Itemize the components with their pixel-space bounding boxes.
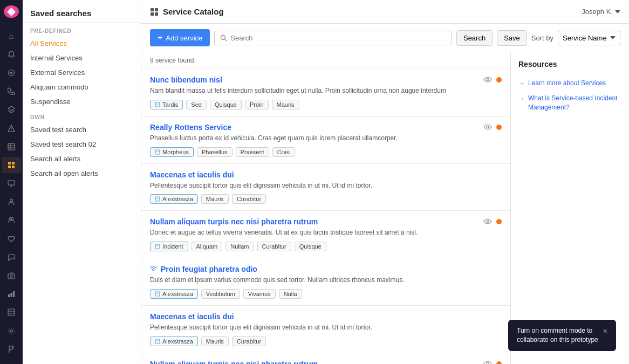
nav-bell-icon[interactable] [2,46,21,63]
sidebar-item-external-services[interactable]: External Services [23,65,141,80]
nav-chart-icon[interactable] [2,286,21,302]
service-tag: Vestibulum [201,289,240,299]
service-name[interactable]: Nullam aliquam turpis nec nisi pharetra … [150,217,318,226]
sort-label: Sort by [531,34,553,42]
resource-link-incident-mgmt[interactable]: → What is Service-based Incident Managem… [518,94,621,112]
service-tag: Alexstrasza [150,336,198,346]
service-tags: AlexstraszaMaurisCurabitur [150,336,502,346]
tag-box-icon [155,291,160,297]
nav-chat-icon[interactable] [2,249,21,265]
plus-icon: + [158,33,162,43]
service-name[interactable]: Maecenas et iaculis dui [150,170,234,179]
service-card-header: Nullam aliquam turpis nec nisi pharetra … [150,217,502,226]
arrow-icon-2: → [518,94,525,104]
nav-tag-icon[interactable] [2,139,21,155]
eye-icon[interactable] [483,360,492,364]
sidebar-header: Saved searches [23,0,141,23]
service-desc: Pellentesque suscipit tortor quis elit d… [150,323,502,332]
user-menu[interactable]: Joseph K. [582,8,620,16]
service-tag: Cras [272,147,295,157]
add-service-button[interactable]: + Add service [150,29,210,46]
search-box[interactable] [214,31,452,45]
svg-rect-49 [155,292,160,296]
search-button[interactable]: Search [456,30,493,46]
svg-rect-33 [155,8,158,11]
service-name[interactable]: Nunc bibendum nisl [150,75,222,84]
svg-rect-27 [8,309,15,315]
service-tag: Morpheus [150,147,194,157]
svg-rect-32 [151,8,154,11]
service-desc: Nam blandit massa ut felis interdum soll… [150,86,502,95]
service-tag: Phasellus [197,147,233,157]
nav-group-icon[interactable] [2,212,21,228]
tag-box-icon [155,339,160,344]
tag-box-icon [155,244,160,249]
nav-graph-icon[interactable] [2,65,21,81]
svg-point-21 [11,218,13,220]
eye-icon[interactable] [483,217,492,226]
service-name[interactable]: Maecenas et iaculis dui [150,312,234,321]
service-desc: Duis et diam et ipsum varius commodo qui… [150,276,502,285]
sidebar-item-aliquam[interactable]: Aliquam commodo [23,80,141,94]
sidebar: Saved searches PRE-DEFINED All Services … [23,0,141,364]
service-tag: Nullam [225,242,254,251]
eye-icon[interactable] [483,123,492,132]
service-catalog-icon [150,8,159,16]
service-tags: MorpheusPhasellusPraesentCras [150,147,502,157]
nav-heart-icon[interactable] [2,231,21,247]
app-logo[interactable] [4,5,19,18]
sidebar-item-internal-services[interactable]: Internal Services [23,51,141,65]
nav-table-icon[interactable] [2,304,21,320]
service-card: Nullam aliquam turpis nec nisi pharetra … [141,211,510,258]
service-card-header: Maecenas et iaculis dui [150,170,502,179]
search-input[interactable] [230,34,446,42]
svg-rect-12 [8,162,11,164]
toast-close-button[interactable]: × [603,326,607,337]
nav-settings-icon[interactable] [2,322,21,339]
service-card-header: Really Rottens Service [150,123,502,132]
svg-rect-39 [155,102,160,107]
own-section-label: OWN [23,109,141,122]
service-desc: Donec et augue ac tellus viverra venenat… [150,228,502,237]
svg-rect-26 [13,291,15,297]
nav-phone-icon[interactable] [2,83,21,99]
nav-flag-icon[interactable] [2,341,21,358]
sidebar-item-suspendisse[interactable]: Suspendisse [23,94,141,109]
service-name[interactable]: Really Rottens Service [150,123,231,132]
service-card-header: Maecenas et iaculis dui [150,312,502,321]
service-tag: Mauris [201,336,229,346]
svg-rect-35 [155,12,158,16]
service-name[interactable]: Proin feugiat pharetra odio [150,265,257,273]
resource-link-learn-more[interactable]: → Learn more about Services [518,79,621,88]
search-icon [220,35,227,42]
sidebar-item-search-all-open-alerts[interactable]: Search all open alerts [23,166,141,181]
service-tag: Sed [186,100,207,109]
sidebar-item-search-all-alerts[interactable]: Search all alerts [23,152,141,166]
result-count: 9 service found. [141,52,510,69]
sidebar-item-saved-test-search[interactable]: Saved test search [23,122,141,137]
nav-person-icon[interactable] [2,194,21,210]
eye-icon[interactable] [483,75,492,84]
nav-monitor-icon[interactable] [2,175,21,191]
service-name[interactable]: Nullam aliquam turpis nec nisi pharetra … [150,360,318,364]
nav-camera-icon[interactable] [2,267,21,284]
svg-rect-22 [8,274,15,279]
nav-alert-icon[interactable] [2,120,21,136]
nav-layers-icon[interactable] [2,101,21,118]
svg-point-46 [487,221,489,223]
svg-point-3 [10,72,12,74]
sort-select[interactable]: Service Name Date Created Last Modified [558,31,620,45]
service-area: 9 service found. Nunc bibendum nisl Nam … [141,52,629,364]
svg-rect-8 [8,143,15,150]
sidebar-item-saved-test-search-02[interactable]: Saved test search 02 [23,137,141,152]
sidebar-item-all-services[interactable]: All Services [23,36,141,51]
tag-box-icon [155,102,160,107]
service-card-header: Nunc bibendum nisl [150,75,502,84]
nav-service-icon[interactable] [2,157,21,173]
status-dot [496,125,502,130]
page-title: Service Catalog [150,7,224,16]
resources-panel: Resources → Learn more about Services → … [510,52,629,364]
service-tag: Curabitur [232,336,266,346]
save-button[interactable]: Save [497,30,527,46]
nav-home-icon[interactable]: ⌂ [2,28,21,44]
